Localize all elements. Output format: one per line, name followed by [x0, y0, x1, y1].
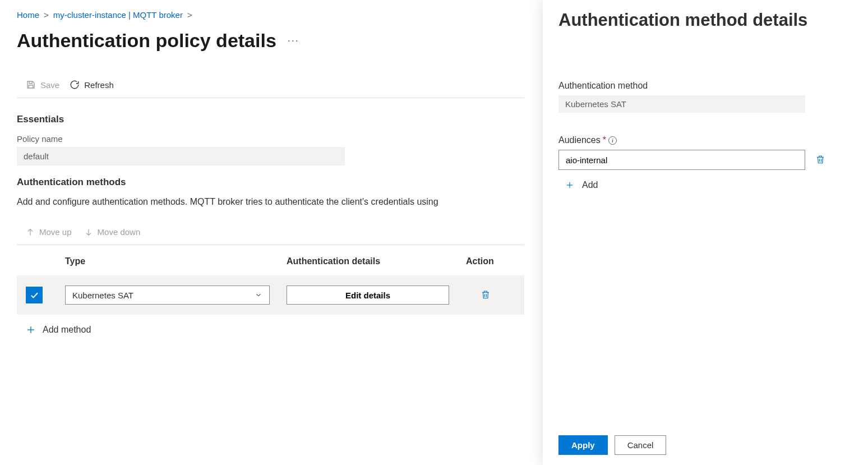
edit-details-button[interactable]: Edit details	[287, 286, 449, 305]
panel-title: Authentication method details	[558, 10, 841, 30]
breadcrumb-instance[interactable]: my-cluster-instance | MQTT broker	[53, 10, 183, 20]
column-details: Authentication details	[287, 256, 466, 266]
plus-icon	[565, 181, 574, 190]
move-down-button[interactable]: Move down	[84, 227, 141, 237]
audience-input[interactable]	[558, 150, 805, 170]
required-indicator: *	[603, 135, 606, 145]
table-header: Type Authentication details Action	[17, 245, 524, 275]
auth-method-label: Authentication method	[558, 81, 841, 91]
arrow-up-icon	[26, 228, 35, 237]
row-checkbox[interactable]	[26, 287, 43, 303]
chevron-right-icon: >	[44, 10, 49, 20]
policy-name-value: default	[17, 147, 345, 165]
move-up-button[interactable]: Move up	[26, 227, 72, 237]
apply-button[interactable]: Apply	[558, 435, 608, 455]
breadcrumb-home[interactable]: Home	[17, 10, 39, 20]
refresh-icon	[70, 80, 80, 90]
save-icon	[26, 80, 36, 90]
page-title: Authentication policy details	[17, 30, 276, 52]
policy-name-label: Policy name	[17, 134, 524, 144]
save-button[interactable]: Save	[26, 80, 59, 90]
delete-audience-button[interactable]	[815, 154, 825, 167]
table-row: Kubernetes SAT Edit details	[17, 275, 524, 315]
details-panel: Authentication method details Authentica…	[543, 0, 868, 465]
auth-method-value: Kubernetes SAT	[558, 95, 805, 113]
type-select[interactable]: Kubernetes SAT	[65, 286, 270, 305]
trash-icon	[815, 154, 825, 165]
checkmark-icon	[29, 290, 39, 300]
refresh-button[interactable]: Refresh	[70, 80, 114, 90]
plus-icon	[26, 325, 36, 335]
column-action: Action	[466, 256, 505, 266]
column-type: Type	[65, 256, 287, 266]
arrow-down-icon	[84, 228, 93, 237]
chevron-down-icon	[255, 291, 262, 299]
auth-methods-description: Add and configure authentication methods…	[17, 197, 524, 207]
add-audience-button[interactable]: Add	[565, 180, 598, 190]
add-method-button[interactable]: Add method	[26, 325, 91, 335]
delete-row-button[interactable]	[481, 289, 491, 302]
audiences-label: Audiences * i	[558, 135, 841, 145]
cancel-button[interactable]: Cancel	[615, 435, 667, 455]
info-icon[interactable]: i	[608, 136, 617, 145]
more-actions-icon[interactable]: ···	[288, 35, 299, 47]
chevron-right-icon: >	[187, 10, 192, 20]
breadcrumb: Home > my-cluster-instance | MQTT broker…	[17, 10, 524, 20]
trash-icon	[481, 289, 491, 300]
auth-methods-heading: Authentication methods	[17, 177, 524, 188]
essentials-heading: Essentials	[17, 114, 524, 125]
